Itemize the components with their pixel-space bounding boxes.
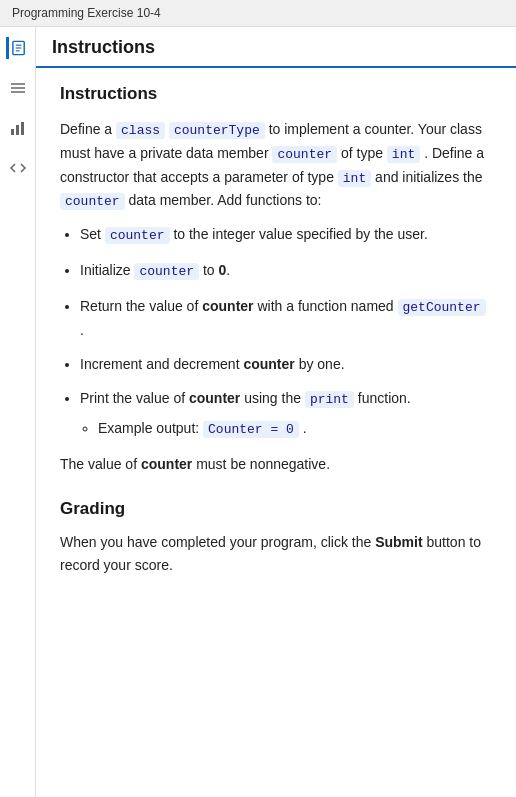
sub-list: Example output: Counter = 0 . bbox=[98, 417, 492, 441]
grading-paragraph: When you have completed your program, cl… bbox=[60, 531, 492, 576]
counter-incr-bold: counter bbox=[243, 356, 294, 372]
example-output-code: Counter = 0 bbox=[203, 421, 299, 438]
intro-paragraph: Define a class counterType to implement … bbox=[60, 118, 492, 213]
main-content: Instructions Instructions Define a class… bbox=[36, 27, 516, 797]
list-item-4: Increment and decrement counter by one. bbox=[80, 353, 492, 375]
counter-code-1: counter bbox=[272, 146, 337, 163]
list-item-2: Initialize counter to 0. bbox=[80, 259, 492, 283]
title-label: Programming Exercise 10-4 bbox=[12, 6, 161, 20]
counter-set-code: counter bbox=[105, 227, 170, 244]
int-code-2: int bbox=[338, 170, 371, 187]
title-bar: Programming Exercise 10-4 bbox=[0, 0, 516, 27]
sidebar-icon-chart[interactable] bbox=[7, 117, 29, 139]
svg-rect-8 bbox=[16, 125, 19, 135]
print-code: print bbox=[305, 391, 354, 408]
svg-rect-7 bbox=[11, 129, 14, 135]
class-code: class bbox=[116, 122, 165, 139]
sidebar-icon-code[interactable] bbox=[7, 157, 29, 179]
counter-print-bold: counter bbox=[189, 390, 240, 406]
nonnegative-paragraph: The value of counter must be nonnegative… bbox=[60, 453, 492, 475]
list-item-5: Print the value of counter using the pri… bbox=[80, 387, 492, 441]
countertype-code: counterType bbox=[169, 122, 265, 139]
getcounter-code: getCounter bbox=[398, 299, 486, 316]
sub-list-item-1: Example output: Counter = 0 . bbox=[98, 417, 492, 441]
int-code-1: int bbox=[387, 146, 420, 163]
list-item-1: Set counter to the integer value specifi… bbox=[80, 223, 492, 247]
sidebar-icon-list[interactable] bbox=[7, 77, 29, 99]
section-title: Instructions bbox=[60, 84, 492, 104]
grading-title: Grading bbox=[60, 499, 492, 519]
app-container: Instructions Instructions Define a class… bbox=[0, 27, 516, 797]
submit-bold: Submit bbox=[375, 534, 422, 550]
tab-title: Instructions bbox=[52, 37, 155, 58]
tab-header: Instructions bbox=[36, 27, 516, 68]
counter-init-code: counter bbox=[134, 263, 199, 280]
content-area: Instructions Define a class counterType … bbox=[36, 68, 516, 797]
svg-rect-9 bbox=[21, 122, 24, 135]
bullet-list: Set counter to the integer value specifi… bbox=[80, 223, 492, 441]
sidebar-icon-book[interactable] bbox=[6, 37, 28, 59]
list-item-3: Return the value of counter with a funct… bbox=[80, 295, 492, 341]
counter-return-bold: counter bbox=[202, 298, 253, 314]
sidebar bbox=[0, 27, 36, 797]
counter-code-2: counter bbox=[60, 193, 125, 210]
counter-nonneg-bold: counter bbox=[141, 456, 192, 472]
zero-bold: 0 bbox=[219, 262, 227, 278]
